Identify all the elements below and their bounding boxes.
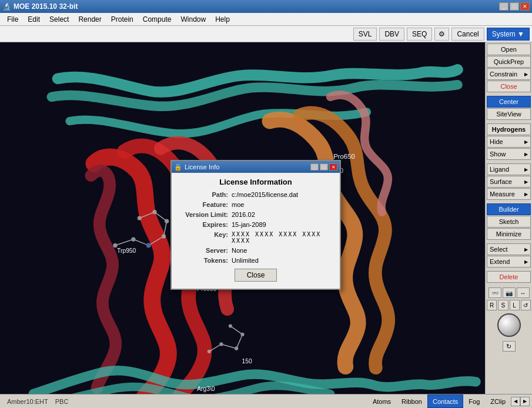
- svl-button[interactable]: SVL: [353, 28, 377, 41]
- feature-label: Feature:: [179, 201, 232, 208]
- tokens-label: Tokens:: [179, 257, 232, 264]
- show-button[interactable]: Show: [487, 148, 531, 160]
- scroll-right[interactable]: ▶: [520, 397, 530, 406]
- path-label: Path:: [179, 191, 232, 198]
- trackball[interactable]: [497, 313, 521, 337]
- quickprep-button[interactable]: QuickPrep: [487, 56, 531, 68]
- expires-value: 15-jan-2089: [232, 221, 333, 228]
- open-button[interactable]: Open: [487, 44, 531, 55]
- version-value: 2016.02: [232, 211, 333, 218]
- tab-atoms[interactable]: Atoms: [367, 394, 396, 408]
- dialog-titlebar: 🔒 License Info _ □ ✕: [172, 161, 340, 173]
- dialog-controls: _ □ ✕: [310, 163, 337, 170]
- svg-point-52: [229, 324, 232, 327]
- dialog-maximize-button[interactable]: □: [320, 163, 328, 170]
- menu-help[interactable]: Help: [210, 14, 235, 25]
- minimize-button[interactable]: _: [499, 2, 508, 11]
- svg-point-30: [146, 243, 151, 248]
- license-dialog: 🔒 License Info _ □ ✕ License Information…: [170, 160, 341, 290]
- tab-fog[interactable]: Fog: [463, 394, 485, 408]
- cancel-button[interactable]: Cancel: [451, 28, 484, 41]
- dialog-close-button[interactable]: Close: [235, 269, 277, 282]
- svg-point-32: [165, 219, 169, 223]
- menu-compute[interactable]: Compute: [138, 14, 176, 25]
- server-value: None: [232, 247, 333, 254]
- dbv-button[interactable]: DBV: [379, 28, 404, 41]
- svg-point-51: [240, 333, 244, 336]
- close-mol-button[interactable]: Close: [487, 81, 531, 92]
- system-button[interactable]: System ▼: [487, 28, 530, 41]
- builder-button[interactable]: Builder: [487, 203, 531, 215]
- app-icon: 🔬: [2, 2, 11, 11]
- constrain-button[interactable]: Constrain: [487, 68, 531, 80]
- scroll-controls: ◀ ▶: [511, 397, 530, 406]
- bottom-bar: Amber10:EHT PBC Atoms Ribbon Contacts Fo…: [0, 394, 532, 408]
- surface-button[interactable]: Surface: [487, 176, 531, 188]
- svg-point-33: [152, 210, 156, 214]
- l-btn[interactable]: L: [510, 300, 520, 310]
- tab-ribbon[interactable]: Ribbon: [396, 394, 427, 408]
- key-label: Key:: [179, 231, 232, 244]
- settings-button[interactable]: ⚙: [434, 28, 449, 41]
- status-amber: Amber10:EHT: [2, 398, 53, 405]
- menu-file[interactable]: File: [2, 14, 23, 25]
- dialog-row-expires: Expires: 15-jan-2089: [179, 221, 333, 228]
- title-text: MOE 2015.10 32-bit: [14, 2, 78, 11]
- dialog-row-tokens: Tokens: Unlimited: [179, 257, 333, 264]
- dialog-row-version: Version Limit: 2016.02: [179, 211, 333, 218]
- dialog-heading: License Information: [179, 178, 333, 186]
- dialog-row-server: Server: None: [179, 247, 333, 254]
- dialog-row-path: Path: c:/moe2015/license.dat: [179, 191, 333, 198]
- dialog-minimize-button[interactable]: _: [310, 163, 319, 170]
- dialog-row-key: Key: XXXX XXXX XXXX XXXX XXXX: [179, 231, 333, 244]
- scroll-left[interactable]: ◀: [511, 397, 520, 406]
- main-area: Pro650 Pro650 Trp950 Pro950 150 Arg3\0 🔒…: [0, 42, 532, 394]
- mol-viewport[interactable]: Pro650 Pro650 Trp950 Pro950 150 Arg3\0 🔒…: [0, 42, 485, 394]
- r-btn[interactable]: R: [487, 300, 497, 310]
- title-bar: 🔬 MOE 2015.10 32-bit _ □ ✕: [0, 0, 532, 13]
- close-button[interactable]: ✕: [520, 2, 530, 11]
- dialog-title-area: 🔒 License Info: [174, 163, 219, 171]
- svg-point-29: [131, 237, 135, 241]
- menu-render[interactable]: Render: [73, 14, 106, 25]
- refresh-icon[interactable]: ↺: [521, 300, 531, 310]
- maximize-button[interactable]: □: [510, 2, 519, 11]
- tab-zclip[interactable]: ZClip: [485, 394, 511, 408]
- delete-button[interactable]: Delete: [487, 271, 531, 283]
- menu-bar: File Edit Select Render Protein Compute …: [0, 13, 532, 26]
- rotate-icon[interactable]: ↻: [503, 341, 516, 352]
- version-label: Version Limit:: [179, 211, 232, 218]
- dialog-row-feature: Feature: moe: [179, 201, 333, 208]
- select-button[interactable]: Select: [487, 243, 531, 255]
- menu-select[interactable]: Select: [45, 14, 73, 25]
- camera-icon[interactable]: 📷: [503, 287, 516, 298]
- menu-protein[interactable]: Protein: [106, 14, 138, 25]
- menu-window[interactable]: Window: [176, 14, 210, 25]
- glasses-icon[interactable]: 👓: [488, 287, 501, 298]
- tab-contacts[interactable]: Contacts: [427, 394, 463, 408]
- tokens-value: Unlimited: [232, 257, 333, 264]
- sketch-button[interactable]: Sketch: [487, 216, 531, 228]
- svg-point-34: [138, 216, 142, 220]
- extend-button[interactable]: Extend: [487, 256, 531, 267]
- status-pbc: PBC: [53, 398, 71, 405]
- seq-button[interactable]: SEQ: [407, 28, 432, 41]
- arrows-icon[interactable]: ↔: [517, 287, 530, 298]
- right-panel: Open QuickPrep Constrain Close Center Si…: [485, 42, 532, 394]
- window-controls: _ □ ✕: [499, 2, 530, 11]
- hide-button[interactable]: Hide: [487, 136, 531, 148]
- toolbar: SVL DBV SEQ ⚙ Cancel System ▼: [0, 26, 532, 42]
- ligand-button[interactable]: Ligand: [487, 163, 531, 175]
- key-value: XXXX XXXX XXXX XXXX XXXX: [232, 231, 333, 244]
- feature-value: moe: [232, 201, 333, 208]
- dialog-close-icon[interactable]: ✕: [329, 163, 337, 170]
- minimize-button[interactable]: Minimize: [487, 228, 531, 240]
- measure-button[interactable]: Measure: [487, 188, 531, 200]
- dialog-icon: 🔒: [174, 163, 182, 171]
- siteview-button[interactable]: SiteView: [487, 108, 531, 120]
- menu-edit[interactable]: Edit: [23, 14, 45, 25]
- center-button[interactable]: Center: [487, 96, 531, 108]
- svg-point-49: [219, 342, 223, 346]
- path-value: c:/moe2015/license.dat: [232, 191, 333, 198]
- s-btn[interactable]: S: [498, 300, 508, 310]
